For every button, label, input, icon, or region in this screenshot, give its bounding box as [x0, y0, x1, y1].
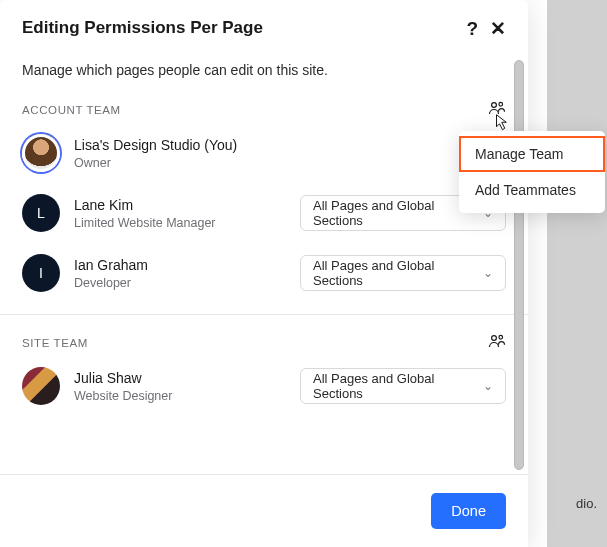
cursor-icon [492, 113, 510, 133]
background-text: dio. [576, 496, 597, 511]
avatar [22, 134, 60, 172]
member-role: Owner [74, 156, 506, 170]
member-role: Website Designer [74, 389, 300, 403]
scrollbar[interactable] [514, 60, 524, 470]
svg-point-2 [492, 336, 497, 341]
team-popover: Manage Team Add Teammates [459, 131, 605, 213]
member-row: Julia Shaw Website Designer All Pages an… [22, 367, 506, 405]
modal-subtitle: Manage which pages people can edit on th… [22, 62, 506, 78]
permission-select[interactable]: All Pages and Global Sections ⌄ [300, 368, 506, 404]
member-role: Developer [74, 276, 300, 290]
member-name: Lisa's Design Studio (You) [74, 136, 506, 154]
add-teammates-item[interactable]: Add Teammates [459, 172, 605, 208]
permission-value: All Pages and Global Sections [313, 258, 475, 288]
avatar: L [22, 194, 60, 232]
chevron-down-icon: ⌄ [483, 379, 493, 393]
team-icon[interactable] [488, 100, 506, 120]
member-name: Julia Shaw [74, 369, 300, 387]
modal-title: Editing Permissions Per Page [22, 18, 263, 38]
member-row: I Ian Graham Developer All Pages and Glo… [22, 254, 506, 292]
chevron-down-icon: ⌄ [483, 266, 493, 280]
permission-value: All Pages and Global Sections [313, 198, 475, 228]
done-button[interactable]: Done [431, 493, 506, 529]
member-name: Ian Graham [74, 256, 300, 274]
svg-point-1 [499, 102, 503, 106]
avatar: I [22, 254, 60, 292]
permissions-modal: Editing Permissions Per Page ? ✕ Manage … [0, 0, 528, 547]
svg-point-0 [492, 103, 497, 108]
permission-select[interactable]: All Pages and Global Sections ⌄ [300, 255, 506, 291]
manage-team-item[interactable]: Manage Team [459, 136, 605, 172]
account-team-label: ACCOUNT TEAM [22, 104, 121, 116]
member-row: L Lane Kim Limited Website Manager All P… [22, 194, 506, 232]
member-row: Lisa's Design Studio (You) Owner [22, 134, 506, 172]
help-icon[interactable]: ? [466, 19, 478, 38]
svg-point-3 [499, 335, 503, 339]
close-icon[interactable]: ✕ [490, 19, 506, 38]
member-name: Lane Kim [74, 196, 300, 214]
site-team-label: SITE TEAM [22, 337, 88, 349]
section-divider [0, 314, 528, 315]
permission-value: All Pages and Global Sections [313, 371, 475, 401]
avatar [22, 367, 60, 405]
team-icon[interactable] [488, 333, 506, 353]
member-role: Limited Website Manager [74, 216, 300, 230]
